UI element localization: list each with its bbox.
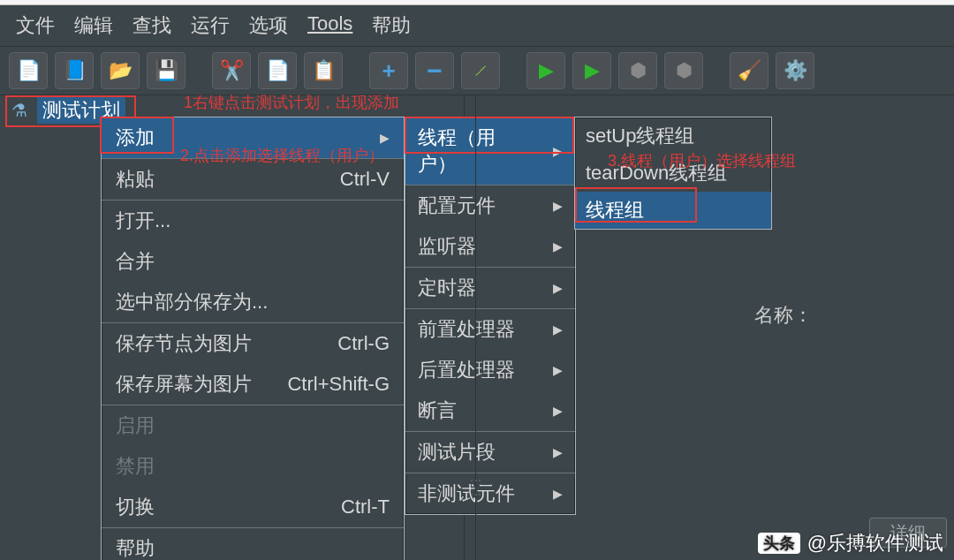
save-button[interactable]: 💾 — [147, 52, 186, 89]
templates-button[interactable]: 📘 — [55, 52, 94, 89]
name-field-label: 名称： — [754, 302, 813, 329]
minus-icon: − — [427, 56, 443, 86]
stop-button[interactable]: ⬢ — [618, 52, 657, 89]
start-no-timers-button[interactable]: ▶ — [572, 52, 611, 89]
ctx-enable: 启用 — [102, 405, 404, 446]
toolbar: 📄 📘 📂 💾 ✂️ 📄 📋 + − ⟋ ▶ ▶ ⬢ ⬢ 🧹 ⚙️ — [0, 46, 954, 95]
paste-icon: 📋 — [312, 59, 336, 82]
templates-icon: 📘 — [63, 59, 87, 82]
menu-file[interactable]: 文件 — [11, 11, 60, 41]
menu-bar: 文件 编辑 查找 运行 选项 Tools 帮助 — [0, 5, 954, 46]
save-icon: 💾 — [155, 59, 178, 82]
plus-icon: + — [382, 57, 395, 85]
ctx2-assert-label: 断言 — [418, 397, 457, 424]
new-file-icon: 📄 — [17, 59, 41, 82]
ctx-merge-label: 合并 — [116, 248, 155, 275]
ctx-disable: 禁用 — [102, 446, 404, 487]
menu-run[interactable]: 运行 — [186, 11, 235, 41]
ctx-paste[interactable]: 粘贴 Ctrl-V — [102, 159, 404, 200]
ctx-save-node-img-shortcut: Ctrl-G — [337, 332, 390, 355]
shutdown-icon: ⬢ — [676, 59, 693, 82]
copy-button[interactable]: 📄 — [258, 52, 297, 89]
start-button[interactable]: ▶ — [526, 52, 565, 89]
new-file-button[interactable]: 📄 — [9, 52, 48, 89]
stop-icon: ⬢ — [630, 59, 647, 82]
collapse-button[interactable]: − — [415, 52, 454, 89]
ctx-add[interactable]: 添加 ▶ — [102, 117, 404, 158]
menu-find[interactable]: 查找 — [127, 11, 177, 41]
open-icon: 📂 — [109, 59, 132, 82]
menu-tools[interactable]: Tools — [302, 11, 358, 41]
open-button[interactable]: 📂 — [101, 52, 140, 89]
expand-button[interactable]: + — [369, 52, 408, 89]
ctx-disable-label: 禁用 — [116, 453, 155, 480]
ctx-save-node-img-label: 保存节点为图片 — [116, 330, 252, 357]
chevron-right-icon: ▶ — [380, 131, 390, 145]
ctx-open-label: 打开... — [116, 208, 170, 234]
content-area: ⚗ 测试计划 添加 ▶ 粘贴 Ctrl-V 打开... 合并 选中部分保存为..… — [0, 95, 954, 560]
properties-panel: 名称： 详细 — [475, 95, 954, 560]
watermark: 头条 @乐搏软件测试 — [758, 530, 943, 556]
cut-button[interactable]: ✂️ — [212, 52, 251, 89]
ctx-save-screen-img-shortcut: Ctrl+Shift-G — [287, 373, 390, 396]
ctx-save-selection-label: 选中部分保存为... — [116, 289, 268, 315]
ctx2-listener-label: 监听器 — [418, 233, 476, 260]
copy-icon: 📄 — [266, 59, 290, 82]
ctx-help-label: 帮助 — [116, 535, 155, 560]
clear-button[interactable]: 🧹 — [730, 52, 768, 89]
ctx-merge[interactable]: 合并 — [102, 241, 404, 282]
ctx-help[interactable]: 帮助 — [102, 528, 404, 560]
watermark-logo: 头条 — [758, 533, 800, 554]
ctx-enable-label: 启用 — [116, 412, 155, 439]
clear-all-button[interactable]: ⚙️ — [776, 52, 814, 89]
ctx-save-selection[interactable]: 选中部分保存为... — [102, 282, 404, 322]
wand-icon: ⟋ — [471, 59, 490, 82]
splitter-handle[interactable]: ⋮⋮ — [470, 475, 482, 503]
menu-options[interactable]: 选项 — [244, 11, 293, 41]
cut-icon: ✂️ — [220, 59, 244, 82]
context-menu-main: 添加 ▶ 粘贴 Ctrl-V 打开... 合并 选中部分保存为... 保存节点为… — [101, 117, 405, 560]
ctx-add-label: 添加 — [116, 125, 155, 151]
ctx-toggle-label: 切换 — [116, 494, 155, 520]
ctx-open[interactable]: 打开... — [102, 201, 404, 241]
gear-broom-icon: ⚙️ — [784, 59, 807, 82]
ctx-toggle-shortcut: Ctrl-T — [341, 496, 390, 518]
ctx-toggle[interactable]: 切换 Ctrl-T — [102, 487, 404, 527]
watermark-text: @乐搏软件测试 — [807, 530, 943, 556]
menu-edit[interactable]: 编辑 — [69, 11, 118, 41]
ctx-paste-shortcut: Ctrl-V — [340, 168, 390, 191]
ctx-save-node-img[interactable]: 保存节点为图片 Ctrl-G — [102, 323, 404, 364]
shutdown-button[interactable]: ⬢ — [664, 52, 703, 89]
broom-icon: 🧹 — [738, 59, 761, 82]
play-alt-icon: ▶ — [585, 59, 600, 82]
toggle-button[interactable]: ⟋ — [461, 52, 500, 89]
ctx2-timer-label: 定时器 — [418, 275, 476, 301]
ctx-save-screen-img[interactable]: 保存屏幕为图片 Ctrl+Shift-G — [102, 364, 404, 405]
play-icon: ▶ — [539, 59, 554, 82]
ctx-paste-label: 粘贴 — [116, 166, 155, 193]
ctx-save-screen-img-label: 保存屏幕为图片 — [116, 371, 252, 397]
flask-icon: ⚗ — [7, 98, 32, 123]
paste-button[interactable]: 📋 — [304, 52, 343, 89]
menu-help[interactable]: 帮助 — [367, 11, 416, 41]
